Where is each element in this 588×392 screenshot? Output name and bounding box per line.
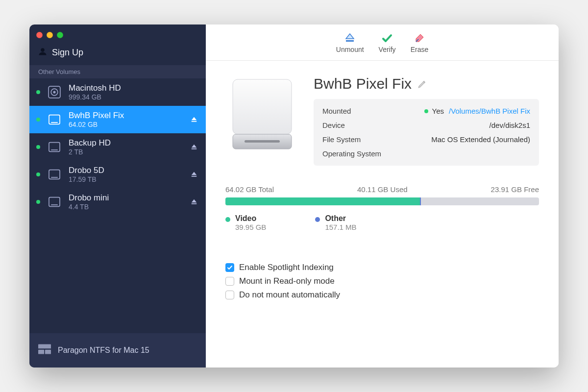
volume-text: BwhB Pixel Fix 64.02 GB — [69, 111, 183, 128]
eject-button[interactable] — [189, 116, 199, 123]
eject-button[interactable] — [189, 171, 199, 178]
usage-segment-video — [225, 197, 420, 205]
volume-text: Macintosh HD 999.34 GB — [69, 83, 199, 101]
checkbox-icon[interactable] — [225, 263, 234, 272]
option-readonly[interactable]: Mount in Read-only mode — [225, 274, 539, 288]
legend-swatch-icon — [225, 217, 230, 222]
minimize-window-button[interactable] — [47, 32, 53, 38]
volume-size: 64.02 GB — [69, 121, 183, 128]
option-noauto[interactable]: Do not mount automatically — [225, 288, 539, 302]
svg-rect-12 — [192, 176, 197, 177]
volume-item-bwhb-pixel-fix[interactable]: BwhB Pixel Fix 64.02 GB — [29, 106, 206, 133]
rename-icon[interactable] — [417, 75, 427, 92]
os-label: Operating System — [322, 149, 406, 158]
volume-large-icon — [225, 75, 299, 166]
user-icon — [38, 47, 47, 58]
toolbar: Unmount Verify Erase — [206, 24, 559, 61]
svg-rect-20 — [233, 79, 292, 134]
mounted-label: Mounted — [322, 107, 406, 115]
volume-options: Enable Spotlight Indexing Mount in Read-… — [225, 261, 539, 302]
legend-other-name: Other — [325, 214, 356, 223]
legend-video-name: Video — [235, 214, 266, 223]
option-noauto-label: Do not mount automatically — [239, 290, 340, 300]
sign-up-button[interactable]: Sign Up — [29, 45, 206, 65]
verify-button[interactable]: Verify — [379, 32, 396, 53]
volume-item-macintosh-hd[interactable]: Macintosh HD 999.34 GB — [29, 78, 206, 106]
volume-name: Drobo 5D — [69, 166, 183, 175]
erase-button[interactable]: Erase — [411, 32, 429, 53]
verify-label: Verify — [379, 46, 396, 53]
volume-title-text: BwhB Pixel Fix — [314, 75, 412, 92]
internal-drive-icon — [46, 84, 63, 100]
volumes-section-header: Other Volumes — [29, 65, 206, 78]
window-controls — [29, 24, 206, 45]
content-area: BwhB Pixel Fix Mounted Yes — [206, 61, 559, 368]
usage-used: 40.11 GB Used — [357, 185, 408, 194]
checkbox-icon[interactable] — [225, 291, 234, 299]
svg-rect-15 — [192, 203, 197, 204]
device-label: Device — [322, 121, 406, 129]
info-row-filesystem: File System Mac OS Extended (Journaled) — [322, 132, 530, 147]
status-dot-icon — [36, 145, 40, 149]
option-spotlight-label: Enable Spotlight Indexing — [239, 263, 334, 272]
volume-size: 999.34 GB — [69, 93, 199, 101]
eject-button[interactable] — [189, 144, 199, 150]
svg-rect-19 — [346, 40, 354, 42]
svg-rect-17 — [38, 350, 44, 354]
usage-free: 23.91 GB Free — [491, 185, 539, 194]
filesystem-value: Mac OS Extended (Journaled) — [406, 135, 530, 144]
usage-labels: 64.02 GB Total 40.11 GB Used 23.91 GB Fr… — [225, 185, 539, 194]
erase-icon — [414, 32, 425, 45]
unmount-label: Unmount — [336, 46, 364, 53]
external-drive-icon — [46, 139, 63, 155]
device-value: /dev/disk2s1 — [406, 121, 530, 129]
app-footer[interactable]: Paragon NTFS for Mac 15 — [29, 333, 206, 368]
usage-segment-other — [420, 197, 421, 205]
app-footer-label: Paragon NTFS for Mac 15 — [58, 346, 149, 355]
erase-label: Erase — [411, 46, 429, 53]
volume-name: Backup HD — [69, 138, 183, 148]
info-row-mounted: Mounted Yes /Volumes/BwhB Pixel Fix — [322, 104, 530, 118]
status-dot-icon — [36, 200, 40, 204]
usage-section: 64.02 GB Total 40.11 GB Used 23.91 GB Fr… — [225, 185, 539, 231]
status-dot-icon — [36, 90, 40, 94]
sidebar: Sign Up Other Volumes Macintosh HD 999.3… — [29, 24, 206, 368]
legend-other-size: 157.1 MB — [325, 223, 356, 231]
volume-name: Macintosh HD — [69, 83, 199, 93]
svg-rect-6 — [192, 121, 197, 122]
status-dot-icon — [36, 118, 40, 122]
volume-list: Macintosh HD 999.34 GB BwhB Pixel Fix 64… — [29, 78, 206, 333]
info-row-os: Operating System — [322, 147, 530, 161]
option-spotlight[interactable]: Enable Spotlight Indexing — [225, 261, 539, 274]
external-drive-icon — [46, 166, 63, 183]
zoom-window-button[interactable] — [57, 32, 63, 38]
close-window-button[interactable] — [36, 32, 43, 38]
volume-title: BwhB Pixel Fix — [314, 75, 539, 92]
volume-name: BwhB Pixel Fix — [69, 111, 183, 121]
volume-name: Drobo mini — [69, 193, 183, 203]
volume-text: Backup HD 2 TB — [69, 138, 183, 156]
external-drive-icon — [46, 111, 63, 128]
volume-item-drobo-mini[interactable]: Drobo mini 4.4 TB — [29, 188, 206, 216]
sign-up-label: Sign Up — [52, 48, 83, 58]
usage-legend: Video 39.95 GB Other 157.1 MB — [225, 214, 539, 231]
detail-pane: Unmount Verify Erase — [206, 24, 559, 368]
mounted-value: Yes /Volumes/BwhB Pixel Fix — [406, 107, 530, 115]
legend-item-video: Video 39.95 GB — [225, 214, 266, 231]
legend-swatch-icon — [315, 217, 320, 222]
volume-info-box: Mounted Yes /Volumes/BwhB Pixel Fix Devi… — [314, 99, 539, 166]
usage-total: 64.02 GB Total — [225, 185, 274, 194]
eject-button[interactable] — [189, 198, 199, 205]
info-row-device: Device /dev/disk2s1 — [322, 118, 530, 132]
volume-text: Drobo 5D 17.59 TB — [69, 166, 183, 183]
filesystem-label: File System — [322, 135, 406, 144]
volume-item-drobo-5d[interactable]: Drobo 5D 17.59 TB — [29, 161, 206, 188]
checkbox-icon[interactable] — [225, 277, 234, 286]
unmount-button[interactable]: Unmount — [336, 32, 364, 53]
legend-video-size: 39.95 GB — [235, 223, 266, 231]
status-dot-icon — [424, 109, 428, 113]
volume-item-backup-hd[interactable]: Backup HD 2 TB — [29, 133, 206, 161]
mount-path-link[interactable]: /Volumes/BwhB Pixel Fix — [449, 107, 530, 115]
external-drive-icon — [46, 194, 63, 210]
unmount-icon — [344, 32, 356, 45]
